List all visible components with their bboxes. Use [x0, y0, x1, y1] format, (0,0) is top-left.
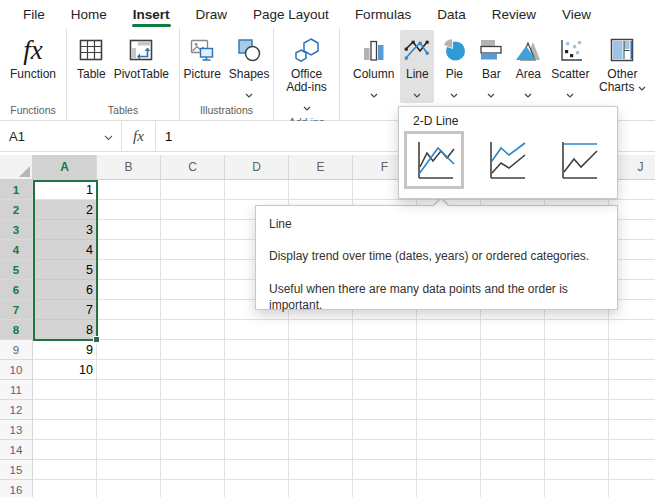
cell-J14[interactable] [609, 440, 655, 460]
row-header-8[interactable]: 8 [0, 320, 33, 340]
cell-H9[interactable] [481, 340, 545, 360]
row-header-14[interactable]: 14 [0, 440, 33, 460]
cell-G8[interactable] [417, 320, 481, 340]
cell-B12[interactable] [97, 400, 161, 420]
cell-J11[interactable] [609, 380, 655, 400]
cell-E8[interactable] [289, 320, 353, 340]
menu-tab-home[interactable]: Home [58, 0, 120, 28]
column-header-e[interactable]: E [289, 155, 353, 180]
menu-tab-review[interactable]: Review [479, 0, 549, 28]
cell-F9[interactable] [353, 340, 417, 360]
cell-H10[interactable] [481, 360, 545, 380]
name-box-chevron-icon[interactable] [104, 129, 113, 144]
cell-J10[interactable] [609, 360, 655, 380]
cell-A13[interactable] [33, 420, 97, 440]
cell-C4[interactable] [161, 240, 225, 260]
cell-B16[interactable] [97, 480, 161, 497]
cell-E1[interactable] [289, 180, 353, 200]
fill-handle[interactable] [93, 336, 100, 343]
cell-B7[interactable] [97, 300, 161, 320]
shapes-button[interactable]: Shapes [226, 30, 273, 103]
other-charts-button[interactable]: Other Charts [595, 30, 649, 103]
cell-A8[interactable]: 8 [33, 320, 97, 340]
cell-G13[interactable] [417, 420, 481, 440]
cell-A7[interactable]: 7 [33, 300, 97, 320]
cell-F11[interactable] [353, 380, 417, 400]
cell-J8[interactable] [609, 320, 655, 340]
cell-B3[interactable] [97, 220, 161, 240]
row-header-7[interactable]: 7 [0, 300, 33, 320]
cell-J9[interactable] [609, 340, 655, 360]
cell-C2[interactable] [161, 200, 225, 220]
pie-chart-button[interactable]: Pie [437, 30, 471, 103]
cell-E12[interactable] [289, 400, 353, 420]
row-header-2[interactable]: 2 [0, 200, 33, 220]
scatter-chart-button[interactable]: Scatter [548, 30, 592, 103]
menu-tab-draw[interactable]: Draw [183, 0, 241, 28]
cell-D15[interactable] [225, 460, 289, 480]
cell-D10[interactable] [225, 360, 289, 380]
chart-style-stacked-line[interactable] [476, 131, 536, 189]
menu-tab-file[interactable]: File [10, 0, 58, 28]
cell-D9[interactable] [225, 340, 289, 360]
cell-E15[interactable] [289, 460, 353, 480]
cell-C16[interactable] [161, 480, 225, 497]
cell-I12[interactable] [545, 400, 609, 420]
cell-H15[interactable] [481, 460, 545, 480]
cell-F8[interactable] [353, 320, 417, 340]
cell-B2[interactable] [97, 200, 161, 220]
cell-F14[interactable] [353, 440, 417, 460]
cell-A9[interactable]: 9 [33, 340, 97, 360]
column-header-a[interactable]: A [33, 155, 97, 180]
cell-I14[interactable] [545, 440, 609, 460]
cell-A5[interactable]: 5 [33, 260, 97, 280]
row-header-15[interactable]: 15 [0, 460, 33, 480]
cell-I15[interactable] [545, 460, 609, 480]
cell-C3[interactable] [161, 220, 225, 240]
cell-A14[interactable] [33, 440, 97, 460]
cell-A12[interactable] [33, 400, 97, 420]
cell-C9[interactable] [161, 340, 225, 360]
cell-E10[interactable] [289, 360, 353, 380]
chart-style-100-stacked-line[interactable] [548, 131, 608, 189]
cell-I9[interactable] [545, 340, 609, 360]
cell-A16[interactable] [33, 480, 97, 497]
cell-A4[interactable]: 4 [33, 240, 97, 260]
cell-B9[interactable] [97, 340, 161, 360]
cell-C14[interactable] [161, 440, 225, 460]
area-chart-button[interactable]: Area [511, 30, 545, 103]
cell-B11[interactable] [97, 380, 161, 400]
cell-A1[interactable]: 1 [33, 180, 97, 200]
row-header-1[interactable]: 1 [0, 180, 33, 200]
cell-I16[interactable] [545, 480, 609, 497]
cell-H12[interactable] [481, 400, 545, 420]
cell-B6[interactable] [97, 280, 161, 300]
menu-tab-page-layout[interactable]: Page Layout [240, 0, 342, 28]
row-header-5[interactable]: 5 [0, 260, 33, 280]
menu-tab-formulas[interactable]: Formulas [342, 0, 424, 28]
cell-H16[interactable] [481, 480, 545, 497]
cell-D16[interactable] [225, 480, 289, 497]
cell-E14[interactable] [289, 440, 353, 460]
row-header-16[interactable]: 16 [0, 480, 33, 497]
cell-A11[interactable] [33, 380, 97, 400]
row-header-11[interactable]: 11 [0, 380, 33, 400]
cell-H14[interactable] [481, 440, 545, 460]
cell-E16[interactable] [289, 480, 353, 497]
row-header-9[interactable]: 9 [0, 340, 33, 360]
cell-F13[interactable] [353, 420, 417, 440]
cell-C13[interactable] [161, 420, 225, 440]
row-header-3[interactable]: 3 [0, 220, 33, 240]
bar-chart-button[interactable]: Bar [474, 30, 508, 103]
row-header-4[interactable]: 4 [0, 240, 33, 260]
menu-tab-insert[interactable]: Insert [120, 0, 183, 28]
cell-B10[interactable] [97, 360, 161, 380]
cell-J15[interactable] [609, 460, 655, 480]
cell-E9[interactable] [289, 340, 353, 360]
cell-C10[interactable] [161, 360, 225, 380]
cell-I10[interactable] [545, 360, 609, 380]
column-chart-button[interactable]: Column [350, 30, 397, 103]
row-header-6[interactable]: 6 [0, 280, 33, 300]
table-button[interactable]: Table [74, 30, 109, 103]
cell-J13[interactable] [609, 420, 655, 440]
